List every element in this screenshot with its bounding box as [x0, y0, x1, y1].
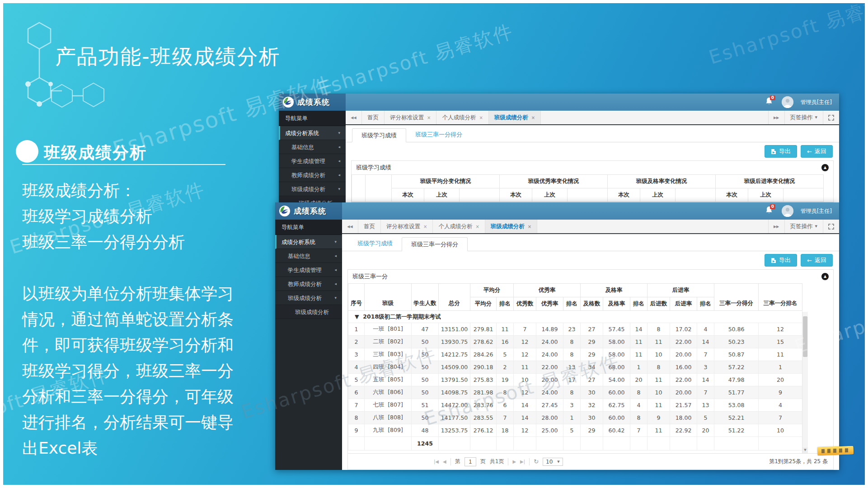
table-cell[interactable]: 48 — [412, 424, 439, 437]
table-cell[interactable]: 17 — [563, 374, 581, 386]
nav-tab[interactable]: 班级成绩分析 × — [485, 220, 537, 233]
column-header[interactable]: 排名 — [697, 297, 714, 311]
table-cell[interactable]: 7 — [497, 412, 514, 424]
table-cell[interactable]: 20.00 — [670, 348, 697, 361]
table-section-row[interactable]: ▼ 2018级初二第一学期期末考试 — [348, 311, 802, 323]
column-header[interactable]: 本次 — [608, 188, 640, 202]
scroll-down-icon[interactable]: ▼ — [802, 447, 808, 453]
table-cell[interactable]: 30 — [581, 386, 603, 399]
notification-bell-icon[interactable]: 0 — [765, 206, 774, 216]
table-cell[interactable]: 51.22 — [714, 424, 759, 437]
tabs-collapse-icon[interactable]: ◀◀ — [342, 220, 358, 233]
table-cell[interactable]: 8 — [647, 323, 670, 336]
table-cell[interactable]: 50 — [412, 386, 439, 399]
table-cell[interactable]: 50.87 — [714, 348, 759, 361]
table-cell[interactable]: 14 — [514, 412, 536, 424]
nav-tab[interactable]: 评分标准设置 × — [381, 220, 433, 233]
table-cell[interactable]: 22.00 — [536, 361, 563, 374]
table-cell[interactable]: 12 — [514, 424, 536, 437]
table-cell[interactable]: 8 — [563, 336, 581, 348]
column-header[interactable]: 学生人数 — [412, 284, 439, 311]
table-cell[interactable]: 13791.50 — [439, 374, 470, 386]
table-cell[interactable]: 二班 [802] — [365, 336, 412, 348]
table-cell[interactable]: 2 — [497, 361, 514, 374]
table-cell[interactable]: 8 — [647, 361, 670, 374]
table-cell[interactable]: 5 — [697, 412, 714, 424]
table-cell[interactable]: 9 — [647, 412, 670, 424]
table-cell[interactable]: 278.62 — [470, 336, 497, 348]
close-tab-icon[interactable]: × — [531, 115, 535, 120]
table-cell[interactable]: 14 — [697, 374, 714, 386]
table-cell[interactable]: 20 — [759, 374, 802, 386]
nav-tab[interactable]: 评分标准设置 × — [385, 111, 436, 124]
table-cell[interactable]: 14212.75 — [439, 348, 470, 361]
table-cell[interactable]: 14 — [514, 399, 536, 412]
table-cell[interactable]: 8 — [497, 386, 514, 399]
table-row[interactable]: 9九班 [809]4813253.75276.12181225.0052960.… — [348, 424, 802, 437]
panel-collapse-icon[interactable]: ▲ — [821, 273, 829, 280]
table-cell[interactable]: 27 — [581, 323, 603, 336]
table-cell[interactable]: 54.00 — [603, 374, 630, 386]
table-cell[interactable]: 29 — [581, 424, 603, 437]
table-cell[interactable]: 50 — [412, 336, 439, 348]
table-cell[interactable]: 58.00 — [603, 336, 630, 348]
column-header[interactable]: 本次 — [392, 188, 424, 202]
table-cell[interactable]: 3 — [563, 399, 581, 412]
table-cell[interactable]: 7 — [514, 323, 536, 336]
table-cell[interactable]: 14509.00 — [439, 361, 470, 374]
column-header[interactable]: 优秀率 — [536, 297, 563, 311]
table-cell[interactable]: 11 — [647, 424, 670, 437]
table-cell[interactable]: 58.00 — [603, 348, 630, 361]
table-cell[interactable]: 23 — [563, 323, 581, 336]
table-cell[interactable]: 10 — [647, 386, 670, 399]
table-cell[interactable]: 47.98 — [714, 374, 759, 386]
table-cell[interactable]: 11 — [514, 361, 536, 374]
table-cell[interactable]: 14.89 — [536, 323, 563, 336]
close-tab-icon[interactable]: × — [528, 224, 531, 229]
table-cell[interactable]: 24.00 — [536, 336, 563, 348]
table-cell[interactable]: 11 — [647, 374, 670, 386]
table-cell[interactable]: 7 — [348, 399, 365, 412]
back-button[interactable]: ← 返回 — [801, 254, 833, 267]
column-header[interactable]: 三率一分得分 — [714, 284, 759, 311]
table-cell[interactable]: 7 — [759, 412, 802, 424]
table-cell[interactable]: 50 — [412, 348, 439, 361]
column-header[interactable]: 本次 — [500, 188, 532, 202]
sidebar-item[interactable]: 教师成绩分析 ◂ — [279, 168, 346, 182]
table-cell[interactable]: 1 — [630, 361, 647, 374]
table-cell[interactable]: 29 — [581, 348, 603, 361]
table-cell[interactable]: 14472.00 — [439, 399, 470, 412]
table-cell[interactable]: 7 — [697, 348, 714, 361]
table-cell[interactable]: 283.55 — [470, 412, 497, 424]
table-cell[interactable]: 22.00 — [670, 374, 697, 386]
table-cell[interactable]: 2 — [348, 336, 365, 348]
table-cell[interactable]: 九班 [809] — [365, 424, 412, 437]
table-cell[interactable]: 14098.75 — [439, 386, 470, 399]
column-header[interactable]: 后进率 — [670, 297, 697, 311]
table-cell[interactable]: 8 — [348, 412, 365, 424]
table-cell[interactable]: 11 — [497, 323, 514, 336]
column-header[interactable]: 排名 — [497, 297, 514, 311]
nav-tab[interactable]: 班级成绩分析 × — [489, 111, 541, 124]
sidebar-item[interactable]: 学生成绩管理 ◂ — [275, 263, 342, 277]
table-cell[interactable]: 三班 [803] — [365, 348, 412, 361]
column-header[interactable]: 三率一分排名 — [759, 284, 802, 311]
table-cell[interactable]: 50 — [412, 361, 439, 374]
table-row[interactable]: 7七班 [807]5114472.00283.7661427.4533262.7… — [348, 399, 802, 412]
table-cell[interactable]: 290.18 — [470, 361, 497, 374]
table-cell[interactable]: 3 — [697, 361, 714, 374]
column-header[interactable]: 后进数 — [647, 297, 670, 311]
close-tab-icon[interactable]: × — [423, 224, 427, 229]
table-cell[interactable]: 9 — [348, 424, 365, 437]
table-row[interactable]: 2二班 [802]5013930.75278.62161224.0082958.… — [348, 336, 802, 348]
column-header[interactable]: 平均分 — [470, 297, 497, 311]
column-header[interactable]: 优秀数 — [514, 297, 536, 311]
table-cell[interactable]: 11 — [630, 348, 647, 361]
table-cell[interactable]: 六班 [806] — [365, 386, 412, 399]
table-cell[interactable]: 11 — [630, 336, 647, 348]
table-cell[interactable]: 11 — [647, 399, 670, 412]
table-cell[interactable]: 1 — [759, 361, 802, 374]
pager-refresh-icon[interactable]: ↻ — [534, 458, 539, 465]
table-row[interactable]: 6六班 [806]5014098.75281.9881224.0083060.0… — [348, 386, 802, 399]
table-cell[interactable]: 7 — [630, 424, 647, 437]
